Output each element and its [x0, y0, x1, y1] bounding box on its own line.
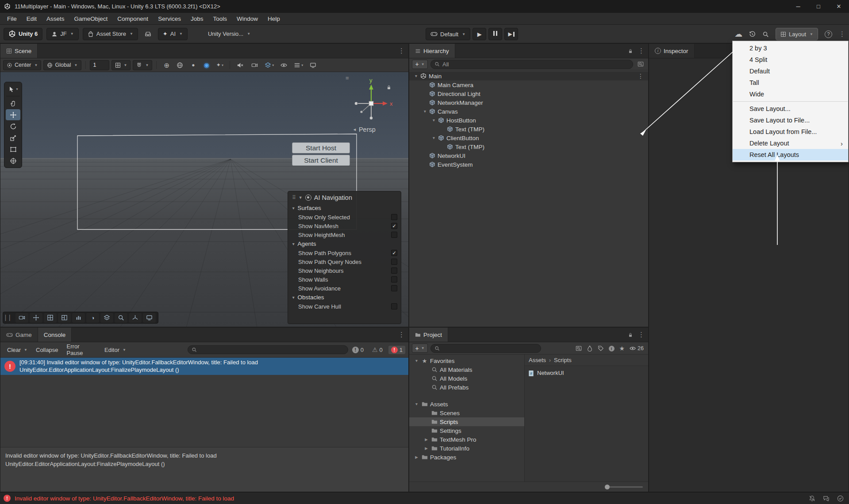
project-folder-all-prefabs[interactable]: All Prefabs	[409, 383, 524, 392]
checkbox[interactable]	[391, 259, 397, 265]
audio-bars-icon[interactable]	[72, 313, 85, 323]
project-folder-scripts[interactable]: Scripts	[409, 417, 524, 426]
foldout-arrow-icon[interactable]: ▼	[299, 195, 303, 200]
drag-grip-icon[interactable]: ▏▏	[5, 315, 13, 321]
camera-blue-icon[interactable]: ◉	[200, 60, 212, 70]
notifications-muted-icon[interactable]	[809, 495, 815, 502]
checkbox[interactable]	[391, 303, 397, 309]
messages-icon[interactable]	[823, 495, 830, 502]
game-button-start-host[interactable]: Start Host	[292, 142, 350, 153]
layout-menu-item-save-layout-to-file[interactable]: Save Layout to File...	[733, 115, 848, 126]
project-folder-assets[interactable]: ▼Assets	[409, 400, 524, 409]
help-icon[interactable]: ?	[825, 31, 832, 38]
collapse-toggle[interactable]: Collapse	[32, 346, 62, 354]
menu-assets[interactable]: Assets	[42, 13, 69, 24]
project-folder-tutorialinfo[interactable]: ▶TutorialInfo	[409, 444, 524, 453]
more-menu-icon[interactable]: ⋮	[839, 30, 845, 38]
play-mode-dropdown[interactable]: Default ▼	[426, 28, 470, 40]
tool-move-button[interactable]	[6, 109, 20, 120]
menu-window[interactable]: Window	[232, 13, 263, 24]
console-log-entry-selected[interactable]: ! [09:31:40] Invalid editor window of ty…	[0, 358, 408, 375]
foldout-arrow-icon[interactable]: ▼	[413, 359, 420, 363]
tool-rotate-button[interactable]	[6, 121, 20, 132]
grid-overlay-icon[interactable]	[44, 313, 57, 323]
tool-transform-button[interactable]	[6, 155, 20, 166]
search-by-type-icon[interactable]	[587, 345, 593, 352]
editor-dropdown[interactable]: Editor ▼	[101, 346, 130, 354]
hierarchy-item-text-tmp[interactable]: Text (TMP)	[409, 142, 648, 151]
error-filter-button[interactable]: ! 1	[388, 346, 405, 354]
add-gameobject-button[interactable]: +▼	[412, 60, 428, 69]
hierarchy-item-networkui[interactable]: NetworkUI	[409, 151, 648, 160]
breadcrumb-scripts[interactable]: Scripts	[554, 357, 572, 363]
lock-icon[interactable]	[628, 48, 633, 54]
magnifier-icon[interactable]	[115, 313, 127, 323]
layer-stack-icon[interactable]	[100, 313, 113, 323]
status-message[interactable]: Invalid editor window of type: UnityEdit…	[15, 495, 234, 502]
overlays-icon[interactable]: ▾	[292, 60, 304, 70]
game-button-start-client[interactable]: Start Client	[292, 155, 350, 166]
layout-menu-item-wide[interactable]: Wide	[733, 88, 848, 100]
info-filter-button[interactable]: ! 0	[350, 346, 366, 354]
account-button[interactable]: JF ▼	[46, 28, 78, 40]
panels-icon[interactable]	[58, 313, 71, 323]
ainav-section-surfaces[interactable]: ▼Surfaces	[292, 203, 397, 213]
sphere-toggle-icon[interactable]: ◑	[86, 313, 99, 323]
checkbox[interactable]	[391, 267, 397, 274]
move-gizmo-icon[interactable]	[30, 313, 42, 323]
menu-component[interactable]: Component	[112, 13, 153, 24]
foldout-arrow-icon[interactable]: ▶	[423, 437, 430, 442]
tab-project[interactable]: Project	[409, 328, 448, 342]
audio-mute-icon[interactable]	[234, 60, 246, 70]
hierarchy-item-clientbutton[interactable]: ▼ClientButton	[409, 134, 648, 142]
tool-picker-button[interactable]: ▾	[6, 84, 20, 95]
hierarchy-item-canvas[interactable]: ▼Canvas	[409, 107, 648, 116]
unity-version-dropdown[interactable]: Unity Versio... ▼	[203, 28, 255, 40]
menu-edit[interactable]: Edit	[22, 13, 42, 24]
kebab-menu-icon[interactable]: ⋮	[638, 47, 645, 55]
layout-menu-item-delete-layout[interactable]: Delete Layout›	[733, 137, 848, 149]
layout-menu-item-4-split[interactable]: 4 Split	[733, 54, 848, 65]
menu-help[interactable]: Help	[263, 13, 285, 24]
kebab-menu-icon[interactable]: ⋮	[398, 47, 405, 55]
checkbox[interactable]: ✓	[391, 223, 397, 229]
globe-icon[interactable]	[174, 60, 186, 70]
project-folder-settings[interactable]: Settings	[409, 426, 524, 435]
tool-handle-position-dropdown[interactable]: Center ▼	[3, 60, 41, 70]
grid-visibility-dropdown[interactable]: ▼	[111, 60, 131, 70]
close-button[interactable]: ✕	[829, 0, 849, 13]
ai-menu-button[interactable]: ✦ AI ▼	[158, 28, 188, 40]
minimize-button[interactable]: ─	[788, 0, 808, 13]
overlay-grip-icon[interactable]: ≡	[346, 75, 349, 81]
kebab-menu-icon[interactable]: ⋮	[638, 73, 644, 80]
sparkle-icon[interactable]: ✦▾	[214, 60, 226, 70]
history-icon[interactable]	[749, 31, 756, 38]
lock-icon[interactable]	[628, 332, 633, 338]
tool-rect-button[interactable]	[6, 144, 20, 155]
tab-inspector[interactable]: i Inspector	[649, 44, 695, 58]
hierarchy-search-input[interactable]: All	[430, 60, 633, 69]
menu-tools[interactable]: Tools	[208, 13, 232, 24]
layout-menu-item-default[interactable]: Default	[733, 65, 848, 77]
layout-menu-item-load-layout-from-file[interactable]: Load Layout from File...	[733, 126, 848, 137]
foldout-arrow-icon[interactable]: ▼	[422, 109, 428, 114]
layout-menu-item-2-by-3[interactable]: 2 by 3	[733, 42, 848, 54]
menu-gameobject[interactable]: GameObject	[69, 13, 113, 24]
foldout-arrow-icon[interactable]: ▶	[413, 455, 420, 459]
pause-button[interactable]	[488, 28, 502, 40]
tool-hand-button[interactable]	[6, 98, 20, 109]
slider-knob[interactable]	[605, 485, 610, 489]
menu-services[interactable]: Services	[153, 13, 186, 24]
play-button[interactable]: ▶	[473, 28, 486, 40]
ainav-section-agents[interactable]: ▼Agents	[292, 239, 397, 248]
grid-size-field[interactable]: 1	[90, 60, 109, 70]
project-search-input[interactable]	[430, 344, 541, 353]
kebab-menu-icon[interactable]: ⋮	[398, 331, 405, 339]
unity-hub-button[interactable]: Unity 6	[4, 28, 42, 40]
tool-scale-button[interactable]	[6, 132, 20, 143]
eye-icon[interactable]	[278, 60, 290, 70]
ai-navigation-header[interactable]: ⠿ ▼ AI Navigation	[288, 191, 401, 203]
foldout-arrow-icon[interactable]: ▼	[430, 136, 437, 140]
thumbnail-zoom-slider[interactable]	[606, 486, 643, 488]
layout-dropdown-button[interactable]: Layout ▼	[776, 28, 818, 40]
